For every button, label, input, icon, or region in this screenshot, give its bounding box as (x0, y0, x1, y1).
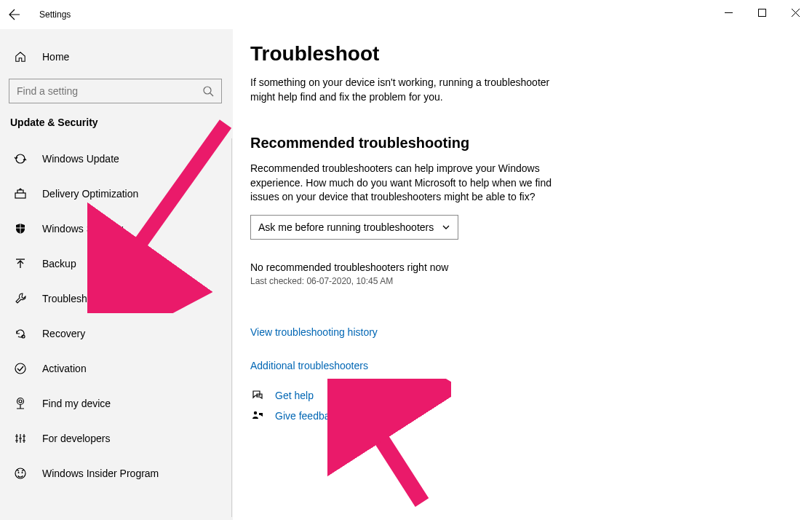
page-title: Troubleshoot (250, 42, 783, 66)
view-history-link[interactable]: View troubleshooting history (250, 326, 378, 338)
sidebar-divider (231, 138, 232, 517)
search-input[interactable] (17, 85, 202, 97)
window-title: Settings (39, 9, 71, 20)
sync-icon (13, 152, 28, 165)
wrench-icon (13, 292, 28, 305)
maximize-button[interactable] (745, 0, 779, 25)
feedback-icon (250, 410, 265, 422)
sidebar-item-label: Find my device (42, 398, 111, 409)
get-help-row: Get help (250, 390, 783, 401)
back-button[interactable] (0, 0, 29, 29)
sidebar-home-label: Home (42, 51, 69, 63)
status-text: No recommended troubleshooters right now (250, 261, 783, 273)
sidebar-item-label: Troubleshoot (42, 293, 101, 304)
last-checked-text: Last checked: 06-07-2020, 10:45 AM (250, 276, 783, 286)
dropdown-value: Ask me before running troubleshooters (258, 221, 434, 233)
backup-icon (13, 257, 28, 270)
close-icon (792, 9, 800, 17)
svg-point-6 (17, 398, 24, 405)
troubleshoot-preference-dropdown[interactable]: Ask me before running troubleshooters (250, 215, 458, 240)
titlebar: Settings (0, 0, 812, 29)
back-arrow-icon (9, 9, 20, 20)
sidebar-item-windows-update[interactable]: Windows Update (0, 141, 232, 176)
sidebar-item-find-my-device[interactable]: Find my device (0, 386, 232, 421)
svg-point-8 (18, 472, 20, 473)
sidebar-item-label: Windows Insider Program (42, 468, 159, 479)
give-feedback-link[interactable]: Give feedback (275, 410, 341, 422)
section-heading: Recommended troubleshooting (250, 135, 783, 151)
minimize-button[interactable] (712, 0, 745, 25)
sidebar: Home Update & Security Windows Update De… (0, 29, 233, 520)
sidebar-item-for-developers[interactable]: For developers (0, 421, 232, 456)
svg-point-10 (254, 411, 257, 414)
sidebar-item-windows-security[interactable]: Windows Security (0, 211, 232, 246)
sidebar-item-delivery-optimization[interactable]: Delivery Optimization (0, 176, 232, 211)
section-description: Recommended troubleshooters can help imp… (250, 162, 563, 205)
minimize-icon (725, 9, 733, 17)
chevron-down-icon (442, 223, 450, 232)
sidebar-item-label: Windows Security (42, 223, 123, 235)
svg-rect-2 (15, 193, 25, 198)
intro-text: If something on your device isn't workin… (250, 76, 563, 104)
svg-point-4 (15, 363, 25, 374)
sidebar-item-recovery[interactable]: Recovery (0, 316, 232, 351)
location-icon (13, 397, 28, 410)
search-box[interactable] (9, 79, 222, 103)
svg-point-9 (22, 472, 23, 473)
sidebar-item-backup[interactable]: Backup (0, 246, 232, 281)
additional-troubleshooters-link[interactable]: Additional troubleshooters (250, 360, 368, 371)
developers-icon (13, 432, 28, 445)
home-icon (13, 51, 28, 63)
sidebar-item-activation[interactable]: Activation (0, 351, 232, 386)
insider-icon (13, 467, 28, 480)
sidebar-item-label: Windows Update (42, 153, 119, 165)
sidebar-section-title: Update & Security (0, 114, 232, 141)
svg-point-1 (204, 87, 211, 94)
shield-icon (13, 222, 28, 235)
sidebar-item-label: Delivery Optimization (42, 188, 138, 200)
recovery-icon (13, 327, 28, 340)
checkmark-icon (13, 362, 28, 375)
close-button[interactable] (779, 0, 812, 25)
main-content: Troubleshoot If something on your device… (233, 29, 812, 520)
chat-icon (250, 390, 265, 401)
give-feedback-row: Give feedback (250, 410, 783, 422)
sidebar-item-label: Recovery (42, 328, 85, 339)
sidebar-home[interactable]: Home (0, 42, 232, 71)
get-help-link[interactable]: Get help (275, 390, 314, 401)
sidebar-item-label: Backup (42, 258, 76, 269)
sidebar-item-label: Activation (42, 363, 87, 374)
window-controls (712, 0, 812, 25)
delivery-icon (13, 187, 28, 200)
sidebar-item-troubleshoot[interactable]: Troubleshoot (0, 281, 232, 316)
svg-rect-0 (758, 9, 765, 16)
svg-point-5 (19, 400, 22, 403)
sidebar-item-label: For developers (42, 433, 110, 444)
sidebar-item-windows-insider[interactable]: Windows Insider Program (0, 456, 232, 491)
search-icon (202, 85, 214, 97)
maximize-icon (758, 9, 766, 17)
